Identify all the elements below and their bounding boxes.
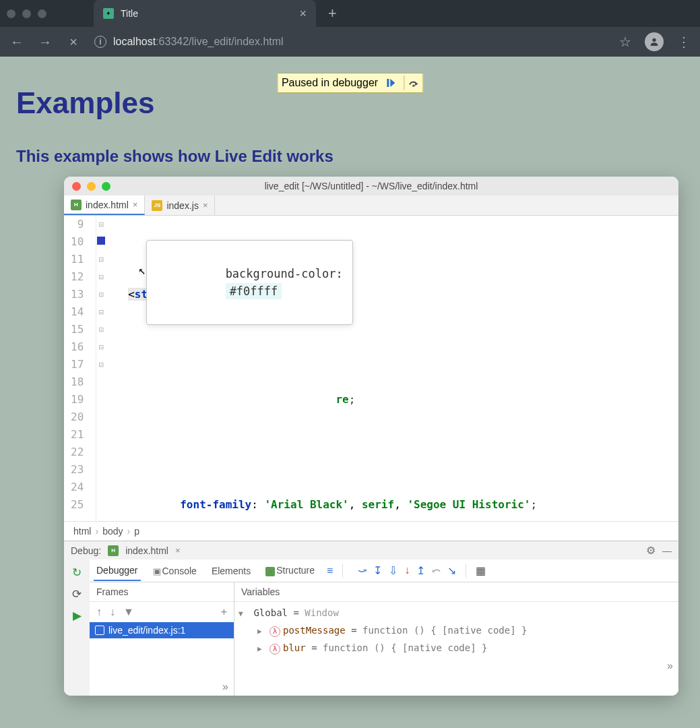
profile-avatar[interactable] <box>645 32 664 51</box>
svg-marker-2 <box>390 79 395 87</box>
close-tab-icon[interactable]: × <box>133 200 138 210</box>
svg-point-4 <box>412 85 414 87</box>
resume-icon[interactable]: ▶ <box>69 608 84 623</box>
variables-header: Variables <box>234 582 678 602</box>
resume-icon[interactable] <box>383 75 398 90</box>
prev-frame-icon[interactable]: ↑ <box>96 606 102 618</box>
debugger-overlay: Paused in debugger <box>277 73 423 93</box>
svg-marker-3 <box>414 82 418 86</box>
svg-point-0 <box>652 38 656 42</box>
color-gutter-icon[interactable] <box>97 237 105 245</box>
frames-header: Frames <box>90 582 234 602</box>
expand-icon[interactable]: ▶ <box>257 624 267 640</box>
tab-index-html[interactable]: H index.html × <box>64 195 145 215</box>
debug-tabs: Debugger ▣Console Elements HStructure ≡ … <box>90 559 678 582</box>
bookmark-icon[interactable]: ☆ <box>619 34 631 50</box>
lambda-icon: λ <box>269 626 280 637</box>
debug-header: Debug: H index.html × ⚙ — <box>64 541 678 559</box>
tab-title: Title <box>121 8 292 19</box>
debug-label: Debug: <box>71 545 101 556</box>
ide-close-icon[interactable] <box>72 182 81 191</box>
site-info-icon[interactable]: i <box>94 36 106 48</box>
force-step-into-icon[interactable]: ⇩ <box>389 564 397 577</box>
tab-structure[interactable]: HStructure <box>263 561 317 581</box>
smart-step-icon[interactable]: ↓ <box>404 564 410 577</box>
reload-button[interactable]: × <box>66 34 81 50</box>
address-bar: ← → × i localhost:63342/live_edit/index.… <box>0 27 700 57</box>
url-field[interactable]: i localhost:63342/live_edit/index.html <box>94 36 606 48</box>
step-out-icon[interactable]: ↥ <box>416 564 425 577</box>
page-h2: This example shows how Live Edit works <box>16 147 684 166</box>
expand-icon[interactable]: ▶ <box>257 641 267 657</box>
frame-icon <box>95 626 104 635</box>
tab-elements[interactable]: Elements <box>209 562 253 580</box>
drop-frame-icon[interactable]: ⤺ <box>432 564 441 577</box>
overflow-icon[interactable]: » <box>90 678 234 696</box>
favicon: ✦ <box>103 8 114 19</box>
code-editor[interactable]: ✔ 910111213141516171819202122232425 ⊟⊟⊟⊟… <box>64 216 678 521</box>
variables-tree[interactable]: ▼ Global = Window ▶λpostMessage = functi… <box>234 602 678 660</box>
crumb-item[interactable]: p <box>134 526 139 537</box>
ide-minimize-icon[interactable] <box>87 182 96 191</box>
stack-frame[interactable]: live_edit/index.js:1 <box>90 622 234 638</box>
color-tooltip: background-color: #f0ffff <box>146 240 352 325</box>
tooltip-value: #f0ffff <box>226 283 282 299</box>
debug-config-name[interactable]: index.html <box>125 545 168 556</box>
next-frame-icon[interactable]: ↓ <box>110 606 115 618</box>
close-icon[interactable]: × <box>175 545 181 555</box>
ide-maximize-icon[interactable] <box>102 182 110 191</box>
close-tab-icon[interactable]: × <box>203 200 208 210</box>
frames-panel: Frames ↑ ↓ ▼ + live_edit/index.js:1 <box>90 582 234 696</box>
fold-column[interactable]: ⊟⊟⊟⊟⊟⊟⊟⊟ <box>96 216 106 521</box>
frame-tools: ↑ ↓ ▼ + <box>90 602 234 622</box>
close-window-icon[interactable] <box>7 9 15 18</box>
js-file-icon: JS <box>152 200 162 211</box>
ide-window: live_edit [~/WS/untitled] - ~/WS/live_ed… <box>64 177 678 696</box>
browser-menu-icon[interactable]: ⋮ <box>677 34 691 50</box>
hide-panel-icon[interactable]: — <box>662 545 672 556</box>
close-tab-icon[interactable]: × <box>299 7 307 21</box>
step-over-icon[interactable]: ⤻ <box>358 564 367 577</box>
ide-title-text: live_edit [~/WS/untitled] - ~/WS/live_ed… <box>265 181 478 191</box>
refresh-icon[interactable]: ⟳ <box>69 586 84 601</box>
minimize-window-icon[interactable] <box>22 9 31 18</box>
filter-icon[interactable]: ▼ <box>123 606 134 618</box>
ide-file-tabs: H index.html × JS index.js × <box>64 195 678 216</box>
url-port: :63342 <box>156 36 189 47</box>
breadcrumb[interactable]: html › body › p <box>64 521 678 541</box>
step-over-icon[interactable] <box>404 75 418 90</box>
overflow-icon[interactable]: » <box>234 660 678 675</box>
rerun-icon[interactable]: ↻ <box>69 565 84 580</box>
url-path: /live_edit/index.html <box>189 36 284 47</box>
evaluate-icon[interactable]: ▦ <box>476 564 486 577</box>
page-content: Paused in debugger Examples This example… <box>0 57 700 728</box>
tab-debugger[interactable]: Debugger <box>94 561 141 581</box>
html-file-icon: H <box>265 567 275 576</box>
add-icon[interactable]: + <box>221 606 227 618</box>
run-to-cursor-icon[interactable]: ↘ <box>447 564 456 577</box>
browser-tab[interactable]: ✦ Title × <box>94 0 316 27</box>
tab-label: index.html <box>86 200 129 210</box>
threads-icon[interactable]: ≡ <box>327 565 333 577</box>
window-controls <box>7 9 46 18</box>
maximize-window-icon[interactable] <box>38 9 46 18</box>
new-tab-button[interactable]: + <box>328 5 337 22</box>
debugger-status-text: Paused in debugger <box>282 77 378 89</box>
lambda-icon: λ <box>269 644 280 655</box>
mouse-cursor-icon: ↖ <box>138 262 146 279</box>
gear-icon[interactable]: ⚙ <box>646 544 656 557</box>
tooltip-label: background-color: <box>226 267 343 280</box>
code-area[interactable]: background-color: #f0ffff ↖ <style> re; … <box>106 216 678 521</box>
html-file-icon: H <box>108 545 119 556</box>
svg-rect-1 <box>387 79 389 87</box>
tab-console[interactable]: ▣Console <box>150 562 199 580</box>
crumb-item[interactable]: html <box>73 526 91 537</box>
back-button[interactable]: ← <box>9 34 24 50</box>
crumb-item[interactable]: body <box>102 526 123 537</box>
collapse-icon[interactable]: ▼ <box>238 606 248 622</box>
url-host: localhost <box>113 36 156 47</box>
forward-button[interactable]: → <box>38 34 53 50</box>
tab-index-js[interactable]: JS index.js × <box>145 195 215 215</box>
frame-label: live_edit/index.js:1 <box>108 625 185 636</box>
step-into-icon[interactable]: ↧ <box>373 564 382 577</box>
